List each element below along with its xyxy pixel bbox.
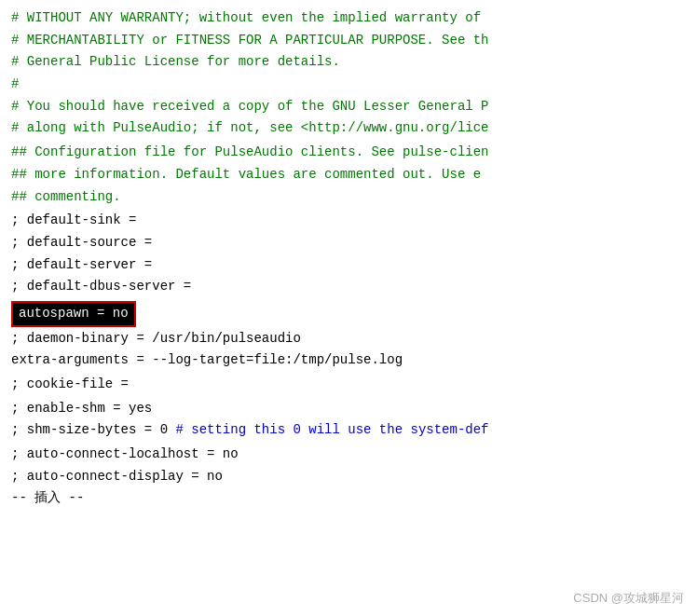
code-line: ; daemon-binary = /usr/bin/pulseaudio [0,328,697,350]
comment-line: # along with PulseAudio; if not, see <ht… [0,117,697,140]
comment-line: # You should have received a copy of the… [0,96,697,118]
comment-line: ## more information. Default values are … [0,164,697,186]
code-line: ; default-source = [0,232,697,254]
code-line: extra-arguments = --log-target=file:/tmp… [0,349,697,372]
comment-line: # [0,74,697,96]
code-line: ; enable-shm = yes [0,398,697,420]
code-line: ; auto-connect-display = no [0,466,697,488]
comment-line: # General Public License for more detail… [0,51,697,74]
highlighted-line: autospawn = no [11,301,136,327]
code-line: ; auto-connect-localhost = no [0,444,697,466]
watermark: CSDN @攻城狮星河 [573,590,684,607]
code-line: -- 插入 -- [0,487,697,510]
highlighted-line-wrapper: autospawn = no [0,300,697,328]
comment-line: ## Configuration file for PulseAudio cli… [0,142,697,164]
code-line-with-comment: ; shm-size-bytes = 0 # setting this 0 wi… [0,419,697,442]
code-line: ; cookie-file = [0,374,697,396]
code-line: ; default-server = [0,254,697,277]
comment-line: # MERCHANTABILITY or FITNESS FOR A PARTI… [0,30,697,52]
code-line: ; default-dbus-server = [0,276,697,298]
code-editor: # WITHOUT ANY WARRANTY; without even the… [0,0,697,616]
comment-line: # WITHOUT ANY WARRANTY; without even the… [0,7,697,30]
comment-line: ## commenting. [0,186,697,209]
code-line: ; default-sink = [0,210,697,232]
code-content: # WITHOUT ANY WARRANTY; without even the… [0,7,697,510]
inline-comment: # setting this 0 will use the system-def [168,422,488,437]
